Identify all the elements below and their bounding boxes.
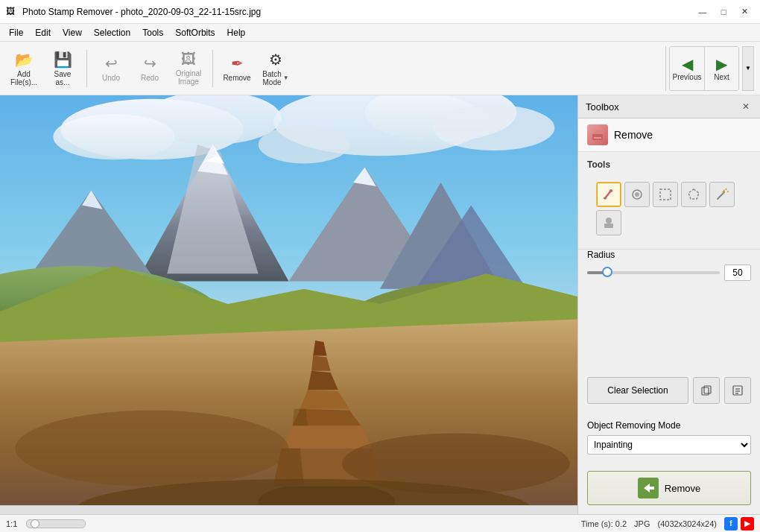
batch-label: Batch Mode ▼ [262, 70, 289, 86]
remove-header-icon [587, 124, 608, 145]
nav-dropdown-button[interactable]: ▼ [742, 46, 754, 91]
svg-marker-57 [644, 484, 654, 493]
menu-tools[interactable]: Tools [136, 26, 169, 39]
brush-tool-button[interactable] [596, 182, 621, 207]
object-mode-section: Object Removing Mode Inpainting Blur Clo… [578, 413, 760, 462]
menu-softorbits[interactable]: SoftOrbits [169, 26, 221, 39]
format-label: JPG [634, 519, 650, 528]
toolbox-header: Toolbox ✕ [578, 95, 760, 118]
svg-point-49 [606, 218, 612, 224]
app-icon: 🖼 [6, 6, 18, 18]
previous-button[interactable]: ◀ Previous [670, 46, 704, 91]
tools-row [587, 176, 751, 241]
tools-label: Tools [587, 159, 751, 170]
svg-point-3 [53, 114, 174, 159]
menu-file[interactable]: File [3, 26, 29, 39]
zoom-thumb[interactable] [31, 519, 39, 528]
original-image-label: Original Image [176, 69, 201, 86]
menu-edit[interactable]: Edit [29, 26, 57, 39]
svg-marker-44 [688, 189, 699, 199]
youtube-icon[interactable]: ▶ [741, 517, 754, 531]
toolbar-right: ◀ Previous ▶ Next ▼ [665, 46, 754, 91]
remove-action-section: Remove [578, 462, 760, 514]
svg-line-45 [718, 192, 724, 199]
copy-icon [700, 384, 712, 396]
separator-3 [665, 46, 666, 91]
redo-button[interactable]: ↪ Redo [132, 46, 168, 91]
zoom-label: 1:1 [6, 519, 17, 528]
eraser-tool-button[interactable] [624, 182, 650, 207]
circle-eraser-icon [630, 188, 644, 201]
nav-group: ◀ Previous ▶ Next [669, 46, 739, 91]
previous-arrow-icon: ◀ [682, 55, 693, 73]
undo-icon: ↩ [105, 54, 118, 72]
tools-section: Tools [578, 152, 760, 250]
clear-selection-button[interactable]: Clear Selection [587, 377, 688, 404]
redo-label: Redo [141, 74, 159, 82]
remove-tool-icon: ✒ [231, 54, 244, 72]
rect-select-icon [659, 188, 672, 201]
batch-mode-button[interactable]: ⚙ Batch Mode ▼ [258, 46, 294, 91]
svg-point-42 [635, 192, 639, 197]
svg-marker-46 [722, 189, 725, 192]
next-label: Next [714, 73, 729, 81]
zoom-slider[interactable] [26, 519, 86, 528]
image-canvas[interactable] [0, 95, 577, 505]
menu-help[interactable]: Help [221, 26, 252, 39]
radius-slider[interactable] [587, 271, 720, 274]
batch-dropdown-arrow: ▼ [283, 75, 289, 81]
status-right: Time (s): 0.2 JPG (4032x3024x24) f ▶ [581, 517, 754, 531]
minimize-button[interactable]: — [693, 4, 712, 19]
main-area: Toolbox ✕ Remove Tools [0, 95, 760, 514]
svg-point-7 [259, 125, 349, 163]
lasso-tool-button[interactable] [681, 182, 706, 207]
menu-view[interactable]: View [57, 26, 88, 39]
maximize-button[interactable]: □ [714, 4, 733, 19]
stamp-icon [602, 216, 615, 229]
object-mode-label: Object Removing Mode [587, 420, 751, 431]
add-files-button[interactable]: 📂 Add File(s)... [6, 46, 42, 91]
previous-label: Previous [673, 73, 702, 81]
copy-selection-button[interactable] [693, 377, 720, 404]
svg-point-32 [15, 411, 288, 487]
status-bar: 1:1 Time (s): 0.2 JPG (4032x3024x24) f ▶ [0, 514, 760, 532]
remove-action-button[interactable]: Remove [587, 471, 751, 505]
eraser-icon [591, 128, 604, 142]
remove-button[interactable]: ✒ Remove [219, 46, 255, 91]
menu-selection[interactable]: Selection [88, 26, 136, 39]
magic-wand-button[interactable] [709, 182, 735, 207]
slider-row: 50 [587, 265, 751, 281]
slider-thumb[interactable] [602, 267, 612, 277]
wand-icon [715, 188, 729, 201]
toolbox-close-button[interactable]: ✕ [739, 100, 753, 113]
image-wrapper [0, 95, 577, 514]
close-button[interactable]: ✕ [735, 4, 754, 19]
rect-select-button[interactable] [653, 182, 678, 207]
add-files-icon: 📂 [15, 51, 34, 69]
facebook-icon[interactable]: f [724, 517, 738, 531]
svg-point-39 [609, 189, 612, 192]
radius-value: 50 [724, 265, 751, 281]
social-icons: f ▶ [724, 517, 754, 531]
svg-line-47 [726, 189, 726, 190]
save-label: Save as... [54, 70, 72, 86]
dimensions-label: (4032x3024x24) [657, 519, 717, 528]
stamp-tool-button[interactable] [596, 210, 621, 235]
image-hscroll[interactable] [0, 505, 577, 514]
next-arrow-icon: ▶ [716, 55, 727, 73]
next-button[interactable]: ▶ Next [704, 46, 738, 91]
original-image-icon: 🖼 [181, 51, 196, 68]
save-icon: 💾 [54, 51, 72, 69]
canvas-image [0, 95, 577, 505]
time-label: Time (s): 0.2 [581, 519, 627, 528]
paste-selection-button[interactable] [724, 377, 751, 404]
undo-button[interactable]: ↩ Undo [93, 46, 129, 91]
original-image-button[interactable]: 🖼 Original Image [171, 46, 206, 91]
toolbox-panel: Toolbox ✕ Remove Tools [577, 95, 760, 514]
separator-1 [86, 50, 87, 87]
save-button[interactable]: 💾 Save as... [45, 46, 80, 91]
svg-rect-43 [660, 189, 671, 200]
object-mode-select[interactable]: Inpainting Blur Clone [587, 435, 751, 455]
add-files-label: Add File(s)... [10, 70, 37, 86]
svg-marker-31 [293, 409, 308, 425]
